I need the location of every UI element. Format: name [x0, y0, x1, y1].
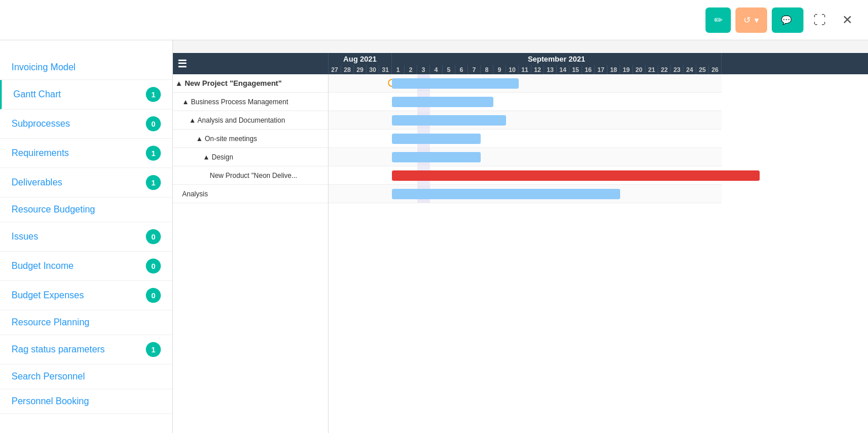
sidebar-item-label: Requirements — [12, 148, 69, 158]
gantt-day-22: 22 — [658, 65, 671, 74]
main-layout: Invoicing ModelGantt Chart1Subprocesses0… — [0, 40, 868, 433]
gantt-day-18: 18 — [607, 65, 620, 74]
gantt-task-row-0[interactable]: ▲ New Project "Engagement" — [173, 74, 328, 93]
gantt-task-row-4[interactable]: ▲ Design — [173, 148, 328, 166]
hamburger-icon[interactable]: ☰ — [178, 58, 187, 70]
gantt-day-16: 16 — [582, 65, 595, 74]
gantt-day-20: 20 — [633, 65, 646, 74]
sidebar-item-resource-budgeting[interactable]: Resource Budgeting — [0, 197, 172, 222]
sidebar-item-gantt-chart[interactable]: Gantt Chart1 — [0, 80, 172, 109]
edit-icon: ✏ — [714, 14, 723, 26]
gantt-bar-row-5[interactable] — [392, 170, 760, 181]
gantt-month-row: Aug 2021 September 2021 — [329, 53, 868, 65]
gantt-chart-area[interactable] — [329, 74, 868, 433]
gantt-task-row-5[interactable]: New Product "Neon Delive... — [173, 166, 328, 185]
gantt-chart-row-3 — [329, 130, 722, 148]
sidebar-item-label: Rag status parameters — [12, 344, 105, 355]
sidebar-item-subprocesses[interactable]: Subprocesses0 — [0, 109, 172, 139]
gantt-bar-row-3[interactable] — [392, 134, 481, 144]
gantt-task-row-6[interactable]: Analysis — [173, 185, 328, 203]
gantt-bar-row-0[interactable] — [392, 78, 519, 89]
sidebar-title — [0, 40, 172, 55]
task-name: New Product "Neon Delive... — [175, 172, 297, 180]
gantt-day-30: 30 — [367, 65, 379, 74]
sidebar-item-budget-income[interactable]: Budget Income0 — [0, 252, 172, 281]
gantt-day-24: 24 — [684, 65, 696, 74]
sidebar-badge: 0 — [146, 259, 161, 274]
sidebar-items-container: Invoicing ModelGantt Chart1Subprocesses0… — [0, 55, 172, 414]
close-button[interactable]: ✕ — [836, 9, 859, 32]
sidebar-item-label: Deliverables — [12, 177, 62, 188]
sidebar-badge: 1 — [146, 146, 161, 161]
gantt-bar-row-4[interactable] — [392, 152, 481, 162]
gantt-day-10: 10 — [506, 65, 519, 74]
gantt-tasks: ▲ New Project "Engagement"▲ Business Pro… — [173, 74, 329, 433]
gantt-day-23: 23 — [671, 65, 684, 74]
sidebar-item-resource-planning[interactable]: Resource Planning — [0, 310, 172, 335]
gantt-day-19: 19 — [620, 65, 633, 74]
sidebar-badge: 0 — [146, 229, 161, 244]
gantt-container: ☰ Aug 2021 September 2021 27282930311234… — [173, 53, 868, 433]
gantt-day-5: 5 — [443, 65, 455, 74]
sidebar-item-invoicing-model[interactable]: Invoicing Model — [0, 55, 172, 80]
gantt-day-3: 3 — [417, 65, 430, 74]
sidebar-item-label: Issues — [12, 231, 38, 242]
gantt-task-row-2[interactable]: ▲ Analysis and Documentation — [173, 111, 328, 130]
gantt-day-28: 28 — [341, 65, 354, 74]
gantt-day-29: 29 — [354, 65, 367, 74]
sidebar-badge: 1 — [146, 87, 161, 102]
sidebar-item-issues[interactable]: Issues0 — [0, 222, 172, 252]
sidebar-item-budget-expenses[interactable]: Budget Expenses0 — [0, 281, 172, 310]
gantt-day-15: 15 — [569, 65, 582, 74]
sidebar-badge: 1 — [146, 342, 161, 357]
gantt-chart-row-1 — [329, 93, 722, 111]
sidebar-item-label: Invoicing Model — [12, 62, 76, 73]
dropdown-arrow-icon: ▾ — [754, 15, 759, 25]
sidebar-badge: 0 — [146, 288, 161, 303]
task-name: ▲ Design — [175, 153, 233, 161]
sidebar-item-personnel-booking[interactable]: Personnel Booking — [0, 389, 172, 414]
gantt-task-col-header: ☰ — [173, 53, 329, 74]
comment-icon: 💬 — [781, 15, 792, 25]
gantt-day-12: 12 — [531, 65, 544, 74]
sidebar-item-label: Subprocesses — [12, 119, 70, 129]
gantt-bar-row-6[interactable] — [392, 189, 620, 199]
gantt-chart-row-0 — [329, 74, 722, 93]
content-area: ☰ Aug 2021 September 2021 27282930311234… — [173, 40, 868, 433]
gantt-dates-header: Aug 2021 September 2021 2728293031123456… — [329, 53, 868, 74]
task-name: Analysis — [175, 190, 208, 198]
gantt-day-17: 17 — [595, 65, 607, 74]
gantt-day-14: 14 — [557, 65, 569, 74]
comment-button[interactable]: 💬 — [772, 7, 803, 33]
gantt-header: ☰ Aug 2021 September 2021 27282930311234… — [173, 53, 868, 74]
gantt-day-7: 7 — [468, 65, 481, 74]
gantt-bar-row-2[interactable] — [392, 115, 506, 126]
sidebar: Invoicing ModelGantt Chart1Subprocesses0… — [0, 40, 173, 433]
gantt-day-27: 27 — [329, 65, 341, 74]
task-name: ▲ Business Process Management — [175, 98, 288, 106]
sidebar-item-label: Search Personnel — [12, 371, 85, 382]
gantt-chart-row-5 — [329, 166, 722, 185]
sidebar-item-label: Budget Expenses — [12, 290, 84, 301]
task-name: ▲ Analysis and Documentation — [175, 116, 285, 124]
gantt-day-9: 9 — [493, 65, 506, 74]
status-button[interactable]: ↺ ▾ — [735, 7, 767, 33]
gantt-body: ▲ New Project "Engagement"▲ Business Pro… — [173, 74, 868, 433]
sidebar-item-label: Personnel Booking — [12, 396, 89, 407]
sidebar-item-search-personnel[interactable]: Search Personnel — [0, 364, 172, 389]
gantt-month-sep: September 2021 — [392, 53, 722, 65]
edit-button[interactable]: ✏ — [705, 7, 731, 33]
gantt-day-26: 26 — [709, 65, 722, 74]
task-name: ▲ New Project "Engagement" — [175, 79, 282, 88]
gantt-task-row-3[interactable]: ▲ On-site meetings — [173, 130, 328, 148]
sidebar-item-label: Gantt Chart — [13, 89, 61, 100]
gantt-day-25: 25 — [696, 65, 709, 74]
sidebar-item-deliverables[interactable]: Deliverables1 — [0, 168, 172, 197]
sidebar-item-requirements[interactable]: Requirements1 — [0, 139, 172, 168]
task-name: ▲ On-site meetings — [175, 135, 257, 143]
gantt-task-row-1[interactable]: ▲ Business Process Management — [173, 93, 328, 111]
gantt-days-row: 2728293031123456789101112131415161718192… — [329, 65, 868, 74]
gantt-bar-row-1[interactable] — [392, 97, 493, 107]
sidebar-item-rag-status-parameters[interactable]: Rag status parameters1 — [0, 335, 172, 364]
expand-button[interactable]: ⛶ — [808, 9, 831, 32]
